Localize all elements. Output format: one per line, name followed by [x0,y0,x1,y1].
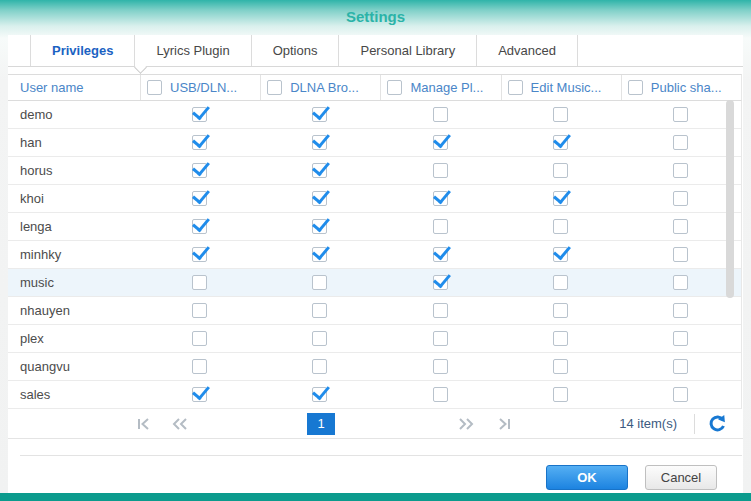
checkbox-unchecked[interactable] [673,163,688,178]
checkbox-checked[interactable] [192,247,207,262]
column-header[interactable]: Manage Pl... [380,75,500,100]
checkbox-unchecked[interactable] [553,107,568,122]
cancel-button[interactable]: Cancel [645,465,717,490]
checkbox-checked[interactable] [433,135,448,150]
checkbox-checked[interactable] [553,191,568,206]
checkbox-unchecked[interactable] [673,135,688,150]
checkbox-unchecked[interactable] [673,359,688,374]
table-row[interactable]: music [8,269,741,297]
permission-cell [380,269,500,296]
checkbox-unchecked[interactable] [312,359,327,374]
checkbox-unchecked[interactable] [673,219,688,234]
checkbox-unchecked[interactable] [673,303,688,318]
permission-cell [380,353,500,380]
tab-lyrics-plugin[interactable]: Lyrics Plugin [134,35,250,66]
checkbox-unchecked[interactable] [553,219,568,234]
checkbox-unchecked[interactable] [553,331,568,346]
checkbox-unchecked[interactable] [553,303,568,318]
checkbox-unchecked[interactable] [312,331,327,346]
checkbox-checked[interactable] [553,135,568,150]
checkbox-checked[interactable] [433,247,448,262]
checkbox-unchecked[interactable] [553,359,568,374]
column-header[interactable]: DLNA Bro... [260,75,380,100]
checkbox-unchecked[interactable] [433,107,448,122]
checkbox-checked[interactable] [192,135,207,150]
checkbox-unchecked[interactable] [433,163,448,178]
table-row[interactable]: quangvu [8,353,741,381]
checkbox-unchecked[interactable] [433,387,448,402]
checkbox-checked[interactable] [553,247,568,262]
checkbox-unchecked[interactable] [433,303,448,318]
last-page-icon[interactable] [495,416,513,432]
column-header[interactable]: USB/DLN... [140,75,260,100]
scrollbar-thumb[interactable] [726,100,734,298]
column-header[interactable]: Public sha... [621,75,741,100]
column-header-user-name[interactable]: User name [8,75,140,100]
permission-cell [501,297,621,324]
select-all-checkbox[interactable] [147,80,162,95]
username-cell: demo [8,101,140,128]
permission-cell [140,129,260,156]
table-row[interactable]: demo [8,101,741,129]
checkbox-unchecked[interactable] [312,303,327,318]
checkbox-checked[interactable] [192,387,207,402]
checkbox-unchecked[interactable] [673,331,688,346]
checkbox-checked[interactable] [312,247,327,262]
checkbox-checked[interactable] [312,387,327,402]
checkbox-unchecked[interactable] [553,275,568,290]
refresh-icon[interactable] [707,414,727,434]
checkbox-checked[interactable] [192,163,207,178]
checkbox-checked[interactable] [312,135,327,150]
table-row[interactable]: han [8,129,741,157]
select-all-checkbox[interactable] [387,80,402,95]
pagination-bar: 1 14 item(s) [8,409,743,439]
select-all-checkbox[interactable] [267,80,282,95]
checkbox-checked[interactable] [312,163,327,178]
checkbox-unchecked[interactable] [673,247,688,262]
checkbox-unchecked[interactable] [192,331,207,346]
checkbox-unchecked[interactable] [192,275,207,290]
next-page-icon[interactable] [458,416,476,432]
checkbox-unchecked[interactable] [673,107,688,122]
checkbox-unchecked[interactable] [673,275,688,290]
tab-advanced[interactable]: Advanced [476,35,578,66]
checkbox-unchecked[interactable] [673,387,688,402]
column-header[interactable]: Edit Music... [501,75,621,100]
checkbox-checked[interactable] [192,107,207,122]
checkbox-checked[interactable] [433,191,448,206]
previous-page-icon[interactable] [170,416,188,432]
select-all-checkbox[interactable] [628,80,643,95]
checkbox-unchecked[interactable] [433,219,448,234]
ok-button[interactable]: OK [546,465,628,490]
table-row[interactable]: plex [8,325,741,353]
checkbox-checked[interactable] [312,219,327,234]
checkbox-unchecked[interactable] [553,163,568,178]
checkbox-checked[interactable] [312,191,327,206]
table-row[interactable]: minhky [8,241,741,269]
select-all-checkbox[interactable] [508,80,523,95]
first-page-icon[interactable] [135,416,153,432]
current-page-button[interactable]: 1 [307,413,335,435]
checkbox-checked[interactable] [433,275,448,290]
checkbox-unchecked[interactable] [433,359,448,374]
checkbox-checked[interactable] [192,219,207,234]
checkbox-unchecked[interactable] [192,303,207,318]
permission-cell [501,269,621,296]
checkbox-unchecked[interactable] [192,359,207,374]
checkbox-checked[interactable] [312,107,327,122]
permission-cell [621,325,741,352]
table-row[interactable]: horus [8,157,741,185]
checkbox-unchecked[interactable] [312,275,327,290]
table-row[interactable]: khoi [8,185,741,213]
username-cell: nhauyen [8,297,140,324]
table-row[interactable]: nhauyen [8,297,741,325]
tab-personal-library[interactable]: Personal Library [338,35,476,66]
checkbox-checked[interactable] [192,191,207,206]
checkbox-unchecked[interactable] [433,331,448,346]
tab-privileges[interactable]: Privileges [30,35,134,66]
table-row[interactable]: lenga [8,213,741,241]
checkbox-unchecked[interactable] [673,191,688,206]
table-row[interactable]: sales [8,381,741,409]
checkbox-unchecked[interactable] [553,387,568,402]
tab-options[interactable]: Options [251,35,339,66]
